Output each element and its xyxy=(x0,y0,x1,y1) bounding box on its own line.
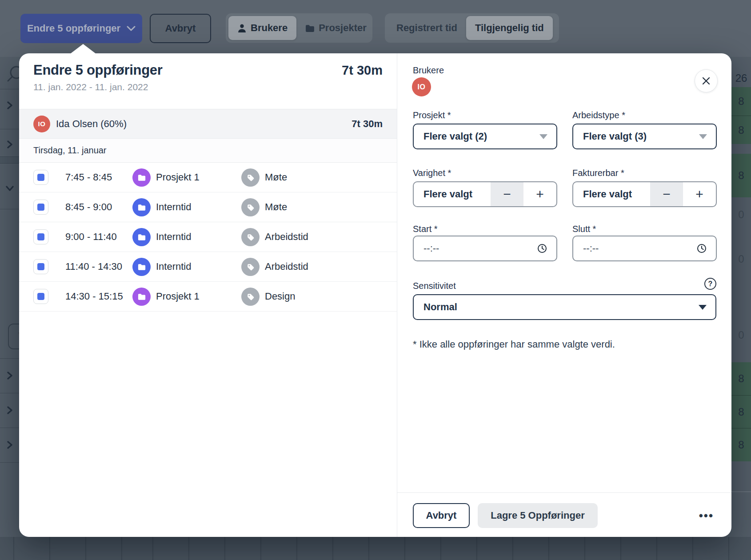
tag-icon xyxy=(241,258,260,276)
time-toggle: Registrert tid Tilgjengelig tid xyxy=(385,13,559,43)
edit-entries-label: Endre 5 oppføringer xyxy=(27,23,120,34)
save-entries-button[interactable]: Lagre 5 Oppføringer xyxy=(478,503,598,528)
summary-cell: 0 xyxy=(731,324,751,346)
project-folder-icon xyxy=(132,198,151,216)
divider xyxy=(0,462,19,463)
toggle-available-label: Tilgjengelig tid xyxy=(475,22,544,34)
edit-form-panel: Brukere IO Prosjekt * Arbeidstype * Fler… xyxy=(397,53,731,537)
entry-checkbox[interactable] xyxy=(33,170,48,185)
entry-time: 7:45 - 8:45 xyxy=(65,163,112,192)
divider xyxy=(0,129,19,129)
entry-list: 7:45 - 8:45 Prosjekt 1 Møte 8:45 - 9:00 xyxy=(19,163,397,312)
divider xyxy=(0,393,19,393)
entry-checkbox[interactable] xyxy=(33,229,48,244)
summary-cell: 0 xyxy=(731,248,751,270)
tag-icon xyxy=(241,168,260,187)
entry-worktype: Arbeidstid xyxy=(265,252,308,281)
tag-icon xyxy=(241,228,260,246)
entry-checkbox[interactable] xyxy=(33,289,48,304)
project-dropdown-value: Flere valgt (2) xyxy=(423,131,487,142)
entry-row[interactable]: 8:45 - 9:00 Interntid Møte xyxy=(19,192,397,222)
checkbox-fill xyxy=(37,204,44,211)
duration-field-label: Varighet * xyxy=(413,168,451,178)
entry-row[interactable]: 11:40 - 14:30 Interntid Arbeidstid xyxy=(19,252,397,282)
entry-checkbox[interactable] xyxy=(33,200,48,215)
calendar-grid-background xyxy=(0,537,751,560)
chevron-down-icon[interactable] xyxy=(6,184,14,192)
edit-entries-modal: Endre 5 oppføringer 7t 30m 11. jan. 2022… xyxy=(19,53,731,537)
worktype-dropdown[interactable]: Flere valgt (3) xyxy=(572,124,717,149)
modal-caret xyxy=(70,44,96,54)
cancel-button[interactable]: Avbryt xyxy=(413,503,470,528)
edit-entries-button[interactable]: Endre 5 oppføringer xyxy=(20,14,142,43)
entry-project: Prosjekt 1 xyxy=(156,282,200,311)
duration-stepper[interactable]: Flere valgt − + xyxy=(413,181,557,207)
close-button[interactable] xyxy=(695,69,718,92)
start-time-input[interactable]: --:-- xyxy=(413,236,557,261)
entry-project: Interntid xyxy=(156,222,192,252)
day-header-label: Tirsdag, 11. januar xyxy=(33,145,107,156)
chevron-right-icon[interactable] xyxy=(6,140,14,148)
app-screen: Endre 5 oppføringer Avbryt Brukere Prosj… xyxy=(0,0,751,560)
entry-project: Prosjekt 1 xyxy=(156,163,200,192)
toolbar-cancel-button[interactable]: Avbryt xyxy=(150,14,211,43)
billable-increment-button[interactable]: + xyxy=(683,182,716,206)
summary-header-cell: 26 xyxy=(731,69,751,87)
person-icon xyxy=(237,24,247,33)
entry-time: 11:40 - 14:30 xyxy=(65,252,122,281)
close-icon xyxy=(701,76,711,86)
folder-icon xyxy=(305,24,315,32)
project-field-label: Prosjekt * xyxy=(413,110,451,120)
end-field-label: Slutt * xyxy=(572,224,596,234)
chevron-right-icon[interactable] xyxy=(6,372,14,380)
summary-cell: 8 xyxy=(731,116,751,144)
cancel-button-label: Avbryt xyxy=(426,510,457,521)
sensitivity-dropdown[interactable]: Normal xyxy=(413,294,716,320)
modal-date-range: 11. jan. 2022 - 11. jan. 2022 xyxy=(33,82,148,92)
day-header: Tirsdag, 11. januar xyxy=(19,139,397,163)
entry-row[interactable]: 7:45 - 8:45 Prosjekt 1 Møte xyxy=(19,163,397,192)
worktype-field-label: Arbeidstype * xyxy=(572,110,625,120)
avatar: IO xyxy=(33,116,50,132)
help-icon[interactable]: ? xyxy=(704,278,716,290)
toggle-projects[interactable]: Prosjekter xyxy=(296,16,376,40)
user-name: Ida Olsen (60%) xyxy=(56,118,127,130)
chevron-right-icon[interactable] xyxy=(6,441,14,449)
view-toggle: Brukere Prosjekter xyxy=(226,13,372,43)
toggle-users-label: Brukere xyxy=(251,22,288,34)
avatar[interactable]: IO xyxy=(412,77,431,96)
duration-decrement-button[interactable]: − xyxy=(491,182,523,206)
billable-decrement-button[interactable]: − xyxy=(650,182,683,206)
chevron-right-icon[interactable] xyxy=(6,101,14,109)
project-folder-icon xyxy=(132,258,151,276)
worktype-dropdown-value: Flere valgt (3) xyxy=(583,131,647,142)
toggle-registered-time[interactable]: Registrert tid xyxy=(387,16,466,40)
user-summary-row[interactable]: IO Ida Olsen (60%) 7t 30m xyxy=(19,109,397,139)
save-button-label: Lagre 5 Oppføringer xyxy=(491,510,584,521)
summary-cell: 0 xyxy=(731,204,751,226)
toolbar-cancel-label: Avbryt xyxy=(165,23,196,34)
duration-increment-button[interactable]: + xyxy=(523,182,556,206)
entry-row[interactable]: 14:30 - 15:15 Prosjekt 1 Design xyxy=(19,282,397,312)
dropdown-caret-icon xyxy=(699,134,707,139)
entry-checkbox[interactable] xyxy=(33,259,48,274)
start-time-placeholder: --:-- xyxy=(423,243,439,254)
entry-time: 14:30 - 15:15 xyxy=(65,282,123,311)
checkbox-fill xyxy=(37,293,44,300)
divider xyxy=(0,89,19,89)
more-options-button[interactable]: ••• xyxy=(699,503,714,528)
dropdown-caret-icon xyxy=(699,305,707,310)
toggle-users[interactable]: Brukere xyxy=(228,16,296,40)
entry-worktype: Møte xyxy=(265,192,287,222)
billable-stepper[interactable]: Flere valgt − + xyxy=(572,181,717,207)
end-time-input[interactable]: --:-- xyxy=(572,236,717,261)
checkbox-fill xyxy=(37,174,44,181)
toggle-available-time[interactable]: Tilgjengelig tid xyxy=(466,16,553,40)
chevron-down-icon xyxy=(127,26,136,32)
summary-cell: 8 xyxy=(731,87,751,116)
entry-row[interactable]: 9:00 - 11:40 Interntid Arbeidstid xyxy=(19,222,397,252)
chevron-right-icon[interactable] xyxy=(6,406,14,414)
billable-value: Flere valgt xyxy=(583,188,632,200)
users-label: Brukere xyxy=(413,65,444,76)
project-dropdown[interactable]: Flere valgt (2) xyxy=(413,124,557,149)
